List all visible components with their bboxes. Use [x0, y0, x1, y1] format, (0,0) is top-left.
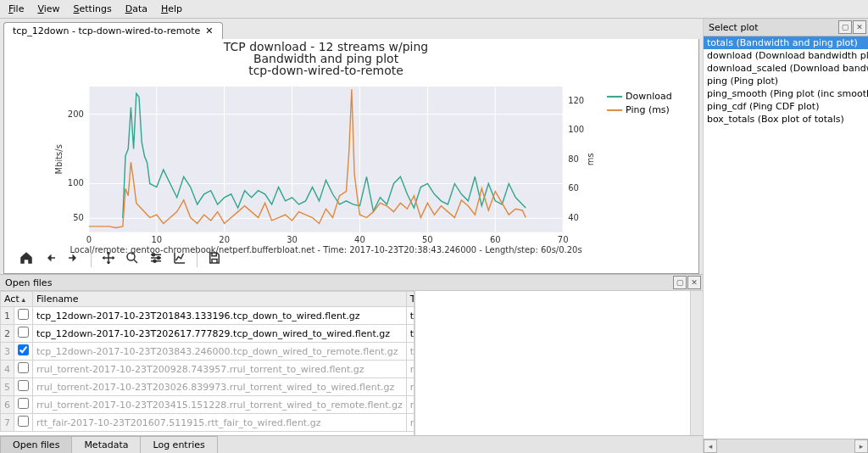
row-number: 2 [1, 325, 14, 343]
svg-text:tcp-down-wired-to-remote: tcp-down-wired-to-remote [248, 64, 403, 77]
row-title: rrul-torrent-wired-to-wired [406, 378, 415, 396]
plot-list-item[interactable]: box_totals (Box plot of totals) [704, 113, 868, 126]
svg-text:120: 120 [568, 96, 584, 105]
detach-icon[interactable]: ▢ [673, 276, 687, 289]
row-checkbox[interactable] [14, 343, 33, 361]
table-row[interactable]: 3tcp_12down-2017-10-23T203843.246000.tcp… [1, 343, 415, 361]
plot-list-item[interactable]: ping_smooth (Ping plot (inc smoothed ave… [704, 87, 868, 100]
sliders-icon[interactable] [146, 248, 166, 268]
plot-list-item[interactable]: ping (Ping plot) [704, 75, 868, 87]
plot-list[interactable]: totals (Bandwidth and ping plot)download… [704, 36, 868, 439]
svg-text:Mbits/s: Mbits/s [54, 144, 64, 174]
zoom-icon[interactable] [122, 248, 142, 268]
row-number: 5 [1, 378, 14, 396]
row-number: 1 [1, 307, 14, 325]
chart-icon[interactable] [170, 248, 190, 268]
open-files-header: Open files ▢ ✕ [0, 275, 703, 291]
close-icon[interactable]: ✕ [205, 25, 213, 36]
svg-text:10: 10 [151, 235, 162, 244]
col-filename[interactable]: Filename [33, 292, 407, 307]
svg-text:Ping (ms): Ping (ms) [626, 104, 670, 115]
plot-list-item[interactable]: download (Download bandwidth plot) [704, 49, 868, 62]
svg-text:ms: ms [586, 153, 595, 165]
open-files-table: Act Filename Title 1tcp_12down-2017-10-2… [0, 291, 415, 435]
svg-text:50: 50 [422, 235, 433, 244]
plot-list-item[interactable]: download_scaled (Download bandwidth w/ax… [704, 62, 868, 75]
svg-text:100: 100 [68, 178, 84, 187]
row-filename: rtt_fair-2017-10-23T201607.511915.rtt_fa… [33, 414, 407, 432]
tab-open-files[interactable]: Open files [0, 436, 72, 453]
scrollbar-vertical[interactable] [690, 291, 703, 435]
row-checkbox[interactable] [14, 325, 33, 343]
svg-point-38 [127, 253, 135, 260]
svg-point-40 [158, 257, 160, 260]
menu-settings[interactable]: Settings [67, 2, 119, 16]
plot-tab-label: tcp_12down - tcp-down-wired-to-remote [13, 25, 200, 36]
tab-strip: tcp_12down - tcp-down-wired-to-remote ✕ [0, 19, 703, 39]
table-row[interactable]: 5rrul_torrent-2017-10-23T203026.839973.r… [1, 378, 415, 396]
menu-data[interactable]: Data [119, 2, 154, 16]
row-filename: rrul_torrent-2017-10-23T200928.743957.rr… [33, 361, 407, 378]
row-number: 4 [1, 361, 14, 378]
bandwidth-ping-chart: TCP download - 12 streams w/pingBandwidt… [4, 39, 698, 273]
table-row[interactable]: 6rrul_torrent-2017-10-23T203415.151228.r… [1, 396, 415, 414]
row-title: tcp-down-wired-to-remote [406, 343, 415, 361]
save-icon[interactable] [204, 248, 225, 268]
row-filename: tcp_12down-2017-10-23T201843.133196.tcp_… [33, 307, 407, 325]
col-title[interactable]: Title [406, 292, 415, 307]
svg-text:60: 60 [490, 235, 501, 244]
back-icon[interactable] [40, 248, 60, 268]
row-checkbox[interactable] [14, 378, 33, 396]
row-number: 7 [1, 414, 14, 432]
row-title: rtt-fair-to-wired [406, 414, 415, 432]
row-checkbox[interactable] [14, 361, 33, 378]
select-plot-header: Select plot ▢ ✕ [704, 19, 868, 36]
row-checkbox[interactable] [14, 414, 33, 432]
col-act[interactable]: Act [1, 292, 33, 307]
table-row[interactable]: 1tcp_12down-2017-10-23T201843.133196.tcp… [1, 307, 415, 325]
lower-tabs: Open files Metadata Log entries [0, 435, 703, 453]
row-checkbox[interactable] [14, 307, 33, 325]
svg-rect-0 [89, 87, 563, 232]
open-files-title: Open files [5, 277, 52, 288]
plot-list-item[interactable]: ping_cdf (Ping CDF plot) [704, 100, 868, 113]
tab-metadata[interactable]: Metadata [71, 436, 141, 453]
scroll-left-icon[interactable]: ◂ [704, 439, 717, 453]
close-panel-icon[interactable]: ✕ [853, 20, 866, 34]
plot-list-item[interactable]: totals (Bandwidth and ping plot) [704, 36, 868, 49]
table-row[interactable]: 4rrul_torrent-2017-10-23T200928.743957.r… [1, 361, 415, 378]
scrollbar-horizontal[interactable]: ◂ ▸ [704, 439, 868, 453]
table-row[interactable]: 2tcp_12down-2017-10-23T202617.777829.tcp… [1, 325, 415, 343]
row-title: rrul-torrent-to-wired [406, 361, 415, 378]
close-panel-icon[interactable]: ✕ [687, 276, 701, 289]
row-number: 6 [1, 396, 14, 414]
svg-text:80: 80 [568, 154, 579, 164]
table-row[interactable]: 7rtt_fair-2017-10-23T201607.511915.rtt_f… [1, 414, 415, 432]
row-title: tcp-down-to-wired [406, 307, 415, 325]
row-filename: tcp_12down-2017-10-23T202617.777829.tcp_… [33, 325, 407, 343]
svg-text:0: 0 [86, 235, 92, 244]
toolbar-separator [197, 249, 198, 267]
plot-area: TCP download - 12 streams w/pingBandwidt… [3, 39, 699, 274]
menu-file[interactable]: File [2, 2, 31, 16]
row-checkbox[interactable] [14, 396, 33, 414]
forward-icon[interactable] [64, 248, 84, 268]
plot-tab[interactable]: tcp_12down - tcp-down-wired-to-remote ✕ [3, 22, 223, 39]
home-icon[interactable] [16, 248, 36, 268]
detach-icon[interactable]: ▢ [838, 20, 852, 34]
pan-icon[interactable] [98, 248, 119, 268]
row-number: 3 [1, 343, 14, 361]
svg-text:40: 40 [354, 235, 365, 244]
row-filename: rrul_torrent-2017-10-23T203415.151228.rr… [33, 396, 407, 414]
tab-log-entries[interactable]: Log entries [140, 436, 217, 453]
row-title: rrul-torrent-wired-to-remote [406, 396, 415, 414]
svg-point-39 [153, 254, 155, 256]
menu-view[interactable]: View [31, 2, 66, 16]
menu-help[interactable]: Help [154, 2, 189, 16]
scroll-right-icon[interactable]: ▸ [854, 439, 868, 453]
svg-text:40: 40 [568, 213, 579, 222]
svg-text:30: 30 [287, 235, 298, 244]
svg-text:70: 70 [558, 235, 569, 244]
file-preview-pane [415, 291, 703, 435]
toolbar-separator [91, 249, 92, 267]
